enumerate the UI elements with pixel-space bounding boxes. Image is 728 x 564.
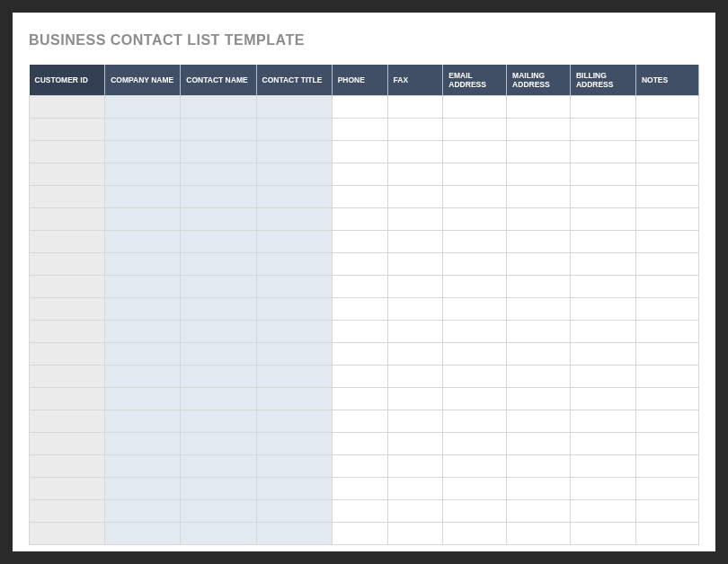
table-cell[interactable] xyxy=(570,230,635,252)
table-cell[interactable] xyxy=(387,118,443,140)
table-cell[interactable] xyxy=(30,477,105,499)
table-cell[interactable] xyxy=(443,163,507,185)
table-cell[interactable] xyxy=(443,499,507,522)
table-cell[interactable] xyxy=(570,477,635,499)
table-cell[interactable] xyxy=(570,320,635,342)
table-cell[interactable] xyxy=(507,365,571,387)
table-cell[interactable] xyxy=(443,522,507,544)
table-cell[interactable] xyxy=(256,477,332,499)
table-cell[interactable] xyxy=(387,230,443,252)
table-cell[interactable] xyxy=(570,454,635,477)
table-cell[interactable] xyxy=(635,454,698,477)
table-cell[interactable] xyxy=(635,387,698,410)
table-cell[interactable] xyxy=(256,207,332,230)
table-cell[interactable] xyxy=(30,95,105,118)
table-cell[interactable] xyxy=(181,185,256,207)
table-cell[interactable] xyxy=(181,95,256,118)
table-cell[interactable] xyxy=(181,342,256,365)
table-cell[interactable] xyxy=(30,454,105,477)
table-cell[interactable] xyxy=(507,432,571,454)
table-cell[interactable] xyxy=(443,95,507,118)
table-cell[interactable] xyxy=(105,230,181,252)
table-cell[interactable] xyxy=(507,95,571,118)
table-cell[interactable] xyxy=(507,275,571,297)
table-cell[interactable] xyxy=(387,522,443,544)
table-cell[interactable] xyxy=(181,230,256,252)
table-cell[interactable] xyxy=(507,499,571,522)
table-cell[interactable] xyxy=(332,230,387,252)
table-cell[interactable] xyxy=(105,320,181,342)
table-cell[interactable] xyxy=(387,499,443,522)
table-cell[interactable] xyxy=(570,252,635,275)
table-cell[interactable] xyxy=(507,320,571,342)
table-cell[interactable] xyxy=(105,275,181,297)
table-cell[interactable] xyxy=(635,118,698,140)
table-cell[interactable] xyxy=(256,365,332,387)
table-cell[interactable] xyxy=(570,365,635,387)
table-cell[interactable] xyxy=(570,185,635,207)
table-cell[interactable] xyxy=(105,342,181,365)
table-cell[interactable] xyxy=(105,140,181,163)
table-cell[interactable] xyxy=(443,410,507,432)
table-cell[interactable] xyxy=(443,320,507,342)
table-cell[interactable] xyxy=(181,207,256,230)
table-cell[interactable] xyxy=(635,207,698,230)
table-cell[interactable] xyxy=(332,522,387,544)
table-cell[interactable] xyxy=(332,499,387,522)
table-cell[interactable] xyxy=(332,185,387,207)
table-cell[interactable] xyxy=(570,499,635,522)
table-cell[interactable] xyxy=(181,454,256,477)
table-cell[interactable] xyxy=(332,297,387,320)
table-cell[interactable] xyxy=(387,410,443,432)
table-cell[interactable] xyxy=(256,432,332,454)
table-cell[interactable] xyxy=(181,252,256,275)
table-cell[interactable] xyxy=(507,387,571,410)
table-cell[interactable] xyxy=(570,163,635,185)
table-cell[interactable] xyxy=(256,230,332,252)
table-cell[interactable] xyxy=(635,342,698,365)
table-cell[interactable] xyxy=(507,140,571,163)
table-cell[interactable] xyxy=(181,499,256,522)
table-cell[interactable] xyxy=(256,320,332,342)
table-cell[interactable] xyxy=(387,342,443,365)
table-cell[interactable] xyxy=(443,230,507,252)
table-cell[interactable] xyxy=(635,252,698,275)
table-cell[interactable] xyxy=(635,230,698,252)
table-cell[interactable] xyxy=(570,432,635,454)
table-cell[interactable] xyxy=(387,140,443,163)
table-cell[interactable] xyxy=(30,342,105,365)
table-cell[interactable] xyxy=(507,342,571,365)
table-cell[interactable] xyxy=(30,499,105,522)
table-cell[interactable] xyxy=(570,118,635,140)
table-cell[interactable] xyxy=(635,163,698,185)
table-cell[interactable] xyxy=(256,410,332,432)
table-cell[interactable] xyxy=(507,522,571,544)
table-cell[interactable] xyxy=(387,320,443,342)
table-cell[interactable] xyxy=(387,477,443,499)
table-cell[interactable] xyxy=(387,432,443,454)
table-cell[interactable] xyxy=(256,95,332,118)
table-cell[interactable] xyxy=(443,207,507,230)
table-cell[interactable] xyxy=(507,252,571,275)
table-cell[interactable] xyxy=(443,118,507,140)
table-cell[interactable] xyxy=(256,163,332,185)
table-cell[interactable] xyxy=(256,499,332,522)
table-cell[interactable] xyxy=(30,207,105,230)
table-cell[interactable] xyxy=(30,230,105,252)
table-cell[interactable] xyxy=(507,410,571,432)
table-cell[interactable] xyxy=(105,454,181,477)
table-cell[interactable] xyxy=(30,432,105,454)
table-cell[interactable] xyxy=(635,365,698,387)
table-cell[interactable] xyxy=(443,252,507,275)
table-cell[interactable] xyxy=(387,297,443,320)
table-cell[interactable] xyxy=(507,207,571,230)
table-cell[interactable] xyxy=(443,454,507,477)
table-cell[interactable] xyxy=(635,320,698,342)
table-cell[interactable] xyxy=(570,342,635,365)
table-cell[interactable] xyxy=(181,163,256,185)
table-cell[interactable] xyxy=(570,140,635,163)
table-cell[interactable] xyxy=(387,365,443,387)
table-cell[interactable] xyxy=(443,297,507,320)
table-cell[interactable] xyxy=(443,140,507,163)
table-cell[interactable] xyxy=(570,297,635,320)
